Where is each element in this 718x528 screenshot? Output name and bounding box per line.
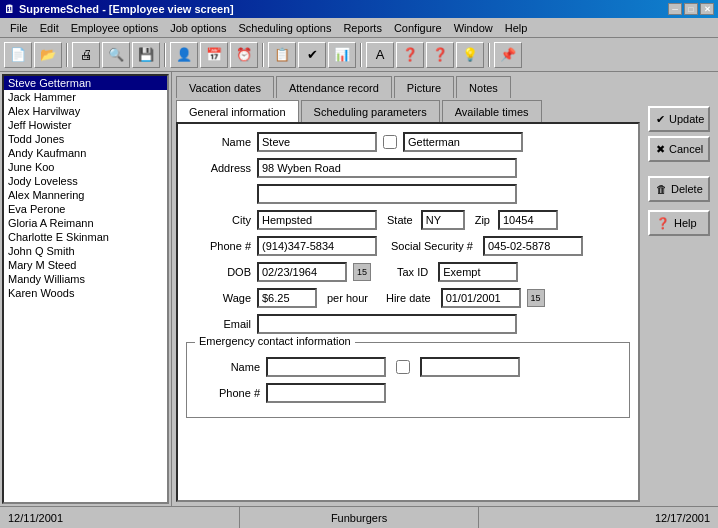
maximize-button[interactable]: □ [684,3,698,15]
update-button[interactable]: ✔ Update [648,106,710,132]
emergency-name-row: Name [195,357,621,377]
bottom-tab-row: General information Scheduling parameter… [176,100,640,122]
employee-item[interactable]: Jeff Howister [4,118,167,132]
toolbar-sep1 [66,43,68,67]
hiredate-input[interactable] [441,288,521,308]
address2-input[interactable] [257,184,517,204]
cancel-button[interactable]: ✖ Cancel [648,136,710,162]
employee-item[interactable]: Jody Loveless [4,174,167,188]
ssn-input[interactable] [483,236,583,256]
city-input[interactable] [257,210,377,230]
wage-input[interactable] [257,288,317,308]
delete-icon: 🗑 [656,183,667,195]
employee-item[interactable]: Todd Jones [4,132,167,146]
app-title: SupremeSched - [Employee view screen] [19,3,234,15]
tab-available-times[interactable]: Available times [442,100,542,122]
title-bar: 🗓 SupremeSched - [Employee view screen] … [0,0,718,18]
toolbar-chart[interactable]: 📊 [328,42,356,68]
right-panel: Vacation dates Attendance record Picture… [172,72,718,506]
emergency-name2-input[interactable] [420,357,520,377]
toolbar-new[interactable]: 📄 [4,42,32,68]
close-button[interactable]: ✕ [700,3,714,15]
toolbar-calendar[interactable]: 📅 [200,42,228,68]
employee-item[interactable]: Alex Harvilway [4,104,167,118]
toolbar-light[interactable]: 💡 [456,42,484,68]
toolbar-employee[interactable]: 👤 [170,42,198,68]
last-name-input[interactable] [403,132,523,152]
toolbar-extra[interactable]: 📌 [494,42,522,68]
employee-item[interactable]: Mary M Steed [4,258,167,272]
zip-label: Zip [475,214,490,226]
employee-item[interactable]: Gloria A Reimann [4,216,167,230]
address1-input[interactable] [257,158,517,178]
employee-item[interactable]: Andy Kaufmann [4,146,167,160]
toolbar-font[interactable]: A [366,42,394,68]
hiredate-calendar-btn[interactable]: 15 [527,289,545,307]
city-label: City [186,214,251,226]
tab-vacation-dates[interactable]: Vacation dates [176,76,274,98]
toolbar-clock[interactable]: ⏰ [230,42,258,68]
status-bar: 12/11/2001 Funburgers 12/17/2001 [0,506,718,528]
dob-input[interactable] [257,262,347,282]
tab-general-information[interactable]: General information [176,100,299,122]
toolbar-check[interactable]: ✔ [298,42,326,68]
zip-input[interactable] [498,210,558,230]
menu-configure[interactable]: Configure [388,20,448,36]
toolbar-save[interactable]: 💾 [132,42,160,68]
help-icon: ❓ [656,217,670,230]
address-row2 [186,184,630,204]
emergency-name1-input[interactable] [266,357,386,377]
help-button[interactable]: ❓ Help [648,210,710,236]
employee-item[interactable]: Mandy Williams [4,272,167,286]
menu-reports[interactable]: Reports [337,20,388,36]
toolbar-question[interactable]: ❓ [396,42,424,68]
tab-notes[interactable]: Notes [456,76,511,98]
employee-item[interactable]: John Q Smith [4,244,167,258]
email-label: Email [186,318,251,330]
hiredate-label: Hire date [386,292,431,304]
emergency-phone-input[interactable] [266,383,386,403]
delete-button[interactable]: 🗑 Delete [648,176,710,202]
tab-attendance-record[interactable]: Attendance record [276,76,392,98]
employee-item[interactable]: Charlotte E Skinman [4,230,167,244]
state-input[interactable] [421,210,465,230]
toolbar-sep4 [360,43,362,67]
toolbar-print[interactable]: 🖨 [72,42,100,68]
wage-unit: per hour [327,292,368,304]
update-icon: ✔ [656,113,665,126]
employee-item[interactable]: Alex Mannering [4,188,167,202]
toolbar-sep2 [164,43,166,67]
phone-input[interactable] [257,236,377,256]
email-row: Email [186,314,630,334]
menu-edit[interactable]: Edit [34,20,65,36]
menu-scheduling-options[interactable]: Scheduling options [232,20,337,36]
email-input[interactable] [257,314,517,334]
menu-employee-options[interactable]: Employee options [65,20,164,36]
menu-help[interactable]: Help [499,20,534,36]
employee-item[interactable]: June Koo [4,160,167,174]
toolbar-schedule[interactable]: 📋 [268,42,296,68]
address-label: Address [186,162,251,174]
employee-item[interactable]: Karen Woods [4,286,167,300]
emergency-name-checkbox[interactable] [396,360,410,374]
employee-item[interactable]: Steve Getterman [4,76,167,90]
status-date-right: 12/17/2001 [479,507,718,528]
employee-item[interactable]: Jack Hammer [4,90,167,104]
dob-calendar-btn[interactable]: 15 [353,263,371,281]
employee-item[interactable]: Eva Perone [4,202,167,216]
first-name-input[interactable] [257,132,377,152]
employee-list-panel: Steve GettermanJack HammerAlex Harvilway… [0,72,172,506]
menu-job-options[interactable]: Job options [164,20,232,36]
name-checkbox[interactable] [383,135,397,149]
toolbar-preview[interactable]: 🔍 [102,42,130,68]
city-row: City State Zip [186,210,630,230]
toolbar-help[interactable]: ❓ [426,42,454,68]
tab-picture[interactable]: Picture [394,76,454,98]
employee-list[interactable]: Steve GettermanJack HammerAlex Harvilway… [2,74,169,504]
menu-file[interactable]: File [4,20,34,36]
tab-scheduling-parameters[interactable]: Scheduling parameters [301,100,440,122]
menu-window[interactable]: Window [448,20,499,36]
minimize-button[interactable]: ─ [668,3,682,15]
toolbar-open[interactable]: 📂 [34,42,62,68]
taxid-input[interactable] [438,262,518,282]
